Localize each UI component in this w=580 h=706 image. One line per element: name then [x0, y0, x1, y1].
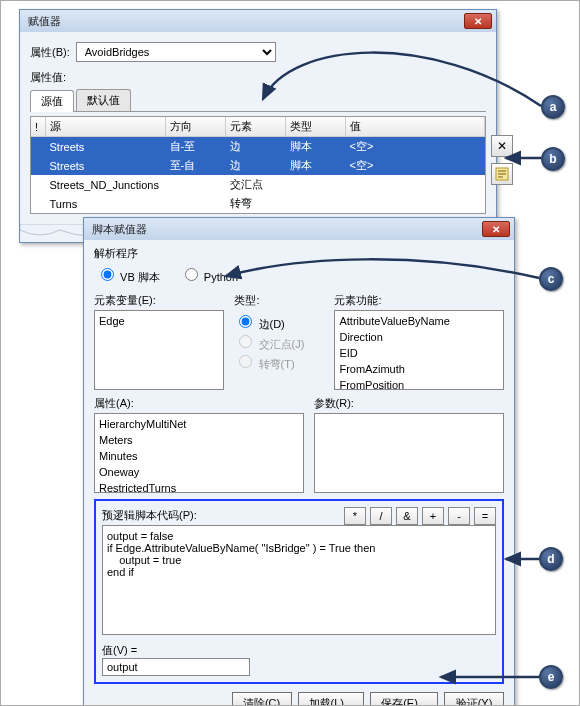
table-row[interactable]: Streets至-自边脚本<空> [31, 156, 485, 175]
col-element[interactable]: 元素 [225, 117, 285, 137]
functions-list[interactable]: AttributeValueByNameDirectionEIDFromAzim… [334, 310, 504, 390]
tab-default-values[interactable]: 默认值 [76, 89, 131, 111]
values-table: ! 源 方向 元素 类型 值 Streets自-至边脚本<空>Streets至-… [30, 116, 486, 214]
attributes-label: 属性(A): [94, 396, 304, 411]
list-item[interactable]: FromPosition [335, 377, 503, 390]
list-item[interactable]: RestrictedTurns [95, 480, 303, 493]
callout-b: b [541, 147, 565, 171]
col-direction[interactable]: 方向 [165, 117, 225, 137]
property-label: 属性(B): [30, 45, 70, 60]
evaluator-titlebar[interactable]: 赋值器 ✕ [20, 10, 496, 32]
table-row[interactable]: Streets自-至边脚本<空> [31, 137, 485, 157]
callout-a: a [541, 95, 565, 119]
prelogic-code[interactable] [102, 525, 496, 635]
table-row[interactable]: Turns转弯 [31, 194, 485, 213]
edit-script-button[interactable] [491, 163, 513, 185]
list-item[interactable]: Meters [95, 432, 303, 448]
prelogic-label: 预逻辑脚本代码(P): [102, 508, 344, 523]
operator-button[interactable]: * [344, 507, 366, 525]
value-label: 值(V) = [102, 643, 137, 658]
list-item[interactable]: Oneway [95, 464, 303, 480]
close-icon[interactable]: ✕ [464, 13, 492, 29]
value-expression[interactable] [102, 658, 250, 676]
callout-c: c [539, 267, 563, 291]
delete-row-button[interactable]: ✕ [491, 135, 513, 157]
prelogic-box: 预逻辑脚本代码(P): */&+-= 值(V) = [94, 499, 504, 684]
radio-type-turn: 转弯(T) [234, 358, 294, 370]
col-value[interactable]: 值 [345, 117, 485, 137]
values-label: 属性值: [30, 71, 66, 83]
radio-python[interactable]: Python [180, 265, 238, 285]
tabs: 源值 默认值 [30, 89, 486, 112]
operator-button[interactable]: + [422, 507, 444, 525]
col-source[interactable]: 源 [45, 117, 165, 137]
params-list[interactable] [314, 413, 504, 493]
script-titlebar[interactable]: 脚本赋值器 ✕ [84, 218, 514, 240]
list-item[interactable]: EID [335, 345, 503, 361]
list-item[interactable]: Edge [95, 313, 223, 329]
radio-type-edge[interactable]: 边(D) [234, 318, 284, 330]
callout-e: e [539, 665, 563, 689]
list-item[interactable]: Minutes [95, 448, 303, 464]
table-row[interactable]: Streets_ND_Junctions交汇点 [31, 175, 485, 194]
operator-button[interactable]: = [474, 507, 496, 525]
operator-button[interactable]: - [448, 507, 470, 525]
property-combo[interactable]: AvoidBridges [76, 42, 276, 62]
list-item[interactable]: AttributeValueByName [335, 313, 503, 329]
operator-button[interactable]: & [396, 507, 418, 525]
variable-list[interactable]: Edge [94, 310, 224, 390]
save-button[interactable]: 保存(E)... [370, 692, 438, 706]
list-item[interactable]: FromAzimuth [335, 361, 503, 377]
params-label: 参数(R): [314, 396, 504, 411]
verify-button[interactable]: 验证(Y) [444, 692, 504, 706]
attributes-list[interactable]: HierarchyMultiNetMetersMinutesOnewayRest… [94, 413, 304, 493]
operator-buttons: */&+-= [344, 507, 496, 525]
variable-label: 元素变量(E): [94, 293, 224, 308]
evaluator-window: 赋值器 ✕ 属性(B): AvoidBridges 属性值: 源值 默认值 ! … [19, 9, 497, 243]
tab-source-values[interactable]: 源值 [30, 90, 74, 112]
type-label: 类型: [234, 293, 324, 308]
radio-type-junction: 交汇点(J) [234, 338, 304, 350]
list-item[interactable]: Direction [335, 329, 503, 345]
script-evaluator-window: 脚本赋值器 ✕ 解析程序 VB 脚本 Python 元素变量(E): Edge … [83, 217, 515, 706]
functions-label: 元素功能: [334, 293, 504, 308]
parser-label: 解析程序 [94, 246, 504, 261]
script-window-title: 脚本赋值器 [92, 222, 147, 237]
operator-button[interactable]: / [370, 507, 392, 525]
list-item[interactable]: HierarchyMultiNet [95, 416, 303, 432]
col-bang[interactable]: ! [31, 117, 45, 137]
col-type[interactable]: 类型 [285, 117, 345, 137]
load-button[interactable]: 加载(L)... [298, 692, 365, 706]
radio-vbscript[interactable]: VB 脚本 [96, 265, 160, 285]
close-icon[interactable]: ✕ [482, 221, 510, 237]
evaluator-title: 赋值器 [28, 14, 61, 29]
callout-d: d [539, 547, 563, 571]
clear-button[interactable]: 清除(C) [232, 692, 292, 706]
